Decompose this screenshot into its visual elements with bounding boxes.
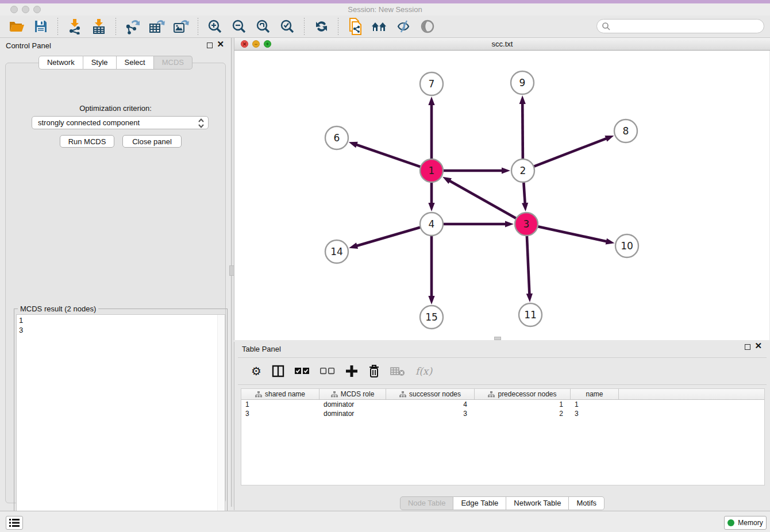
graph-edge-arrowhead bbox=[428, 97, 434, 105]
close-panel-icon[interactable]: ✕ bbox=[217, 41, 224, 48]
close-panel-button[interactable]: Close panel bbox=[122, 135, 182, 148]
toolbar-separator bbox=[116, 18, 116, 35]
graph-edge[interactable] bbox=[533, 138, 607, 167]
mcds-result-title: MCDS result (2 nodes) bbox=[18, 304, 98, 313]
table-row[interactable]: 3 dominator 3 2 3 bbox=[241, 409, 764, 418]
open-file-icon[interactable] bbox=[8, 18, 25, 35]
mcds-result-textarea[interactable]: 1 3 bbox=[16, 314, 225, 524]
delete-column-icon[interactable] bbox=[368, 364, 380, 379]
network-titlebar[interactable]: ✕ − + scc.txt bbox=[234, 38, 770, 51]
search-field[interactable] bbox=[596, 19, 764, 33]
tab-network-table[interactable]: Network Table bbox=[506, 496, 569, 510]
column-header-mcds-role[interactable]: MCDS role bbox=[319, 389, 386, 399]
tab-node-table[interactable]: Node Table bbox=[400, 496, 454, 510]
task-history-button[interactable] bbox=[6, 516, 23, 530]
cell-predecessor-nodes[interactable]: 1 bbox=[475, 400, 571, 408]
graph-edge-arrowhead bbox=[605, 136, 614, 142]
select-all-columns-icon[interactable] bbox=[295, 364, 310, 379]
zoom-in-icon[interactable] bbox=[206, 18, 224, 35]
cell-predecessor-nodes[interactable]: 2 bbox=[475, 410, 571, 418]
graph-edge[interactable] bbox=[356, 144, 422, 167]
import-table-icon[interactable] bbox=[90, 18, 107, 35]
graph-edge[interactable] bbox=[356, 227, 422, 246]
table-row[interactable]: 1 dominator 4 1 1 bbox=[241, 400, 764, 409]
graph-edge-arrowhead bbox=[349, 142, 358, 148]
export-image-icon[interactable] bbox=[172, 18, 190, 35]
status-bar: Memory bbox=[0, 511, 770, 532]
network-canvas[interactable]: 7968124314101511 bbox=[234, 51, 769, 340]
show-column-icon[interactable] bbox=[272, 364, 284, 379]
cell-successor-nodes[interactable]: 3 bbox=[386, 410, 475, 418]
refresh-layout-icon[interactable] bbox=[313, 18, 330, 35]
tab-style[interactable]: Style bbox=[83, 56, 117, 70]
session-title: Session: New Session bbox=[0, 5, 770, 14]
column-header-predecessor-nodes[interactable]: predecessor nodes bbox=[475, 389, 571, 399]
zoom-fit-icon[interactable] bbox=[255, 18, 272, 35]
function-builder-icon[interactable]: f(x) bbox=[415, 364, 432, 379]
graph-node-label: 1 bbox=[429, 165, 435, 176]
float-panel-icon[interactable] bbox=[207, 43, 213, 49]
column-header-shared-name[interactable]: shared name bbox=[241, 389, 319, 399]
duplicate-network-icon[interactable] bbox=[346, 18, 364, 35]
close-table-panel-icon[interactable]: ✕ bbox=[754, 342, 762, 349]
control-tabpane: Optimization criterion: strongly connect… bbox=[5, 63, 226, 503]
graph-edge[interactable] bbox=[522, 103, 523, 160]
float-table-panel-icon[interactable] bbox=[745, 344, 750, 351]
criterion-dropdown[interactable]: strongly connected component bbox=[32, 116, 209, 129]
delete-table-icon[interactable] bbox=[390, 364, 405, 379]
cell-mcds-role[interactable]: dominator bbox=[319, 400, 386, 408]
export-network-icon[interactable] bbox=[124, 18, 141, 35]
tab-motifs[interactable]: Motifs bbox=[569, 496, 605, 510]
column-header-name[interactable]: name bbox=[571, 389, 619, 399]
graph-edge-arrowhead bbox=[349, 242, 358, 249]
tab-select[interactable]: Select bbox=[117, 56, 154, 70]
zoom-out-icon[interactable] bbox=[230, 18, 248, 35]
graph-edge[interactable] bbox=[527, 234, 530, 295]
graph-edge-arrowhead bbox=[526, 294, 533, 302]
flat-hierarchy-icon bbox=[331, 391, 338, 398]
criterion-value: strongly connected component bbox=[38, 118, 140, 127]
cell-successor-nodes[interactable]: 4 bbox=[386, 400, 475, 408]
flat-hierarchy-icon bbox=[488, 391, 495, 398]
show-hide-view-icon[interactable] bbox=[419, 18, 436, 35]
node-table[interactable]: shared name MCDS role successor nodes pr… bbox=[241, 388, 765, 485]
main-toolbar bbox=[0, 16, 770, 38]
table-settings-icon[interactable]: ⚙ bbox=[251, 364, 261, 379]
result-scrollbar[interactable] bbox=[217, 315, 225, 523]
graph-edge-arrowhead bbox=[502, 167, 510, 174]
toolbar-separator bbox=[338, 18, 338, 35]
run-mcds-button[interactable]: Run MCDS bbox=[60, 135, 114, 148]
column-header-successor-nodes[interactable]: successor nodes bbox=[386, 389, 475, 399]
tab-edge-table[interactable]: Edge Table bbox=[453, 496, 506, 510]
network-window: ✕ − + scc.txt 7968124314101511 bbox=[234, 38, 770, 340]
add-column-icon[interactable] bbox=[345, 364, 358, 379]
cell-shared-name[interactable]: 3 bbox=[241, 410, 319, 418]
main-titlebar: Session: New Session bbox=[0, 3, 770, 16]
graph-node-label: 7 bbox=[429, 78, 435, 90]
toolbar-separator bbox=[57, 18, 58, 35]
graph-edge[interactable] bbox=[537, 226, 607, 242]
horizontal-splitter-handle[interactable] bbox=[494, 337, 501, 340]
memory-button[interactable]: Memory bbox=[724, 516, 767, 530]
cell-name[interactable]: 3 bbox=[571, 410, 619, 418]
export-table-icon[interactable] bbox=[148, 18, 165, 35]
deselect-all-columns-icon[interactable] bbox=[320, 364, 335, 379]
graph-node-label: 9 bbox=[519, 77, 526, 88]
graph-node-label: 10 bbox=[621, 240, 633, 252]
save-session-icon[interactable] bbox=[32, 18, 49, 35]
graph-edge[interactable] bbox=[449, 180, 517, 219]
tab-mcds[interactable]: MCDS bbox=[154, 56, 192, 70]
network-title: scc.txt bbox=[234, 40, 770, 48]
memory-status-icon bbox=[727, 519, 734, 526]
first-neighbors-icon[interactable] bbox=[371, 18, 388, 35]
graph-edge[interactable] bbox=[523, 181, 525, 204]
zoom-selected-icon[interactable] bbox=[279, 18, 296, 35]
graph-node-label: 4 bbox=[429, 218, 435, 230]
tab-network[interactable]: Network bbox=[38, 56, 83, 70]
cell-name[interactable]: 1 bbox=[571, 400, 619, 408]
import-network-icon[interactable] bbox=[66, 18, 83, 35]
cell-shared-name[interactable]: 1 bbox=[241, 400, 319, 408]
cell-mcds-role[interactable]: dominator bbox=[319, 410, 386, 418]
table-toolbar: ⚙ f(x) bbox=[238, 357, 767, 385]
show-hide-style-icon[interactable] bbox=[395, 18, 412, 35]
